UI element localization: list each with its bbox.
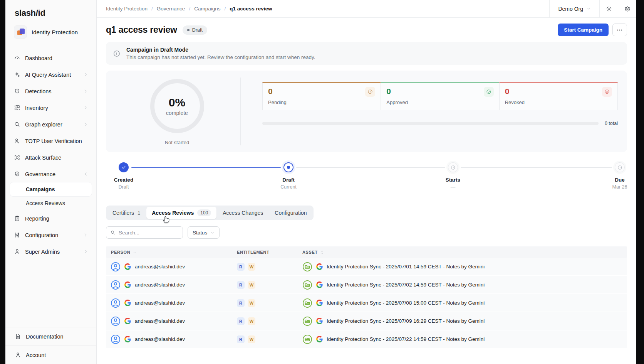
sidebar-item-access-reviews[interactable]: Access Reviews (10, 196, 92, 210)
stats-section: 0 Pending 0 Approved (241, 78, 619, 145)
stat-card-revoked: 0 Revoked (499, 82, 618, 110)
person-avatar-icon (111, 334, 121, 344)
google-icon (316, 300, 323, 306)
sidebar-item-label: TOTP User Verification (25, 138, 82, 144)
stat-card-pending: 0 Pending (262, 82, 381, 110)
product-name: Identity Protection (32, 29, 78, 35)
column-header-entitlement[interactable]: ENTITLEMENT (237, 250, 302, 254)
read-badge: R (237, 299, 245, 307)
status-filter-label: Status (193, 230, 207, 236)
sidebar-footer: Documentation Account (5, 327, 96, 364)
settings-button[interactable] (618, 0, 636, 17)
table-row[interactable]: andreas@slashid.dev R W Identity Protect… (106, 294, 627, 312)
status-label: Draft (192, 27, 203, 33)
search-box[interactable] (106, 226, 183, 239)
tab-certifiers[interactable]: Certifiers 1 (107, 207, 146, 219)
sidebar: slash/id Identity Protection Dashboard A… (5, 0, 97, 364)
breadcrumb-campaigns[interactable]: Campaigns (194, 6, 220, 12)
sidebar-item-label: Attack Surface (25, 155, 61, 161)
sidebar-item-label: Super Admins (25, 249, 60, 255)
sidebar-item-governance[interactable]: Governance (10, 166, 92, 182)
column-header-asset[interactable]: ASSET (302, 250, 627, 254)
sidebar-item-detections[interactable]: Detections (10, 83, 92, 99)
chevron-right-icon (84, 72, 88, 77)
start-campaign-button[interactable]: Start Campaign (558, 24, 609, 36)
sidebar-item-campaigns[interactable]: Campaigns (10, 182, 92, 196)
total-progress-bar (262, 122, 599, 125)
sidebar-item-attack-surface[interactable]: Attack Surface (10, 149, 92, 166)
timeline-step-starts: Starts — (422, 162, 484, 190)
asset-cell: Identity Protection Sync - 2025/07/22 14… (302, 334, 627, 344)
status-dot (187, 29, 190, 31)
sidebar-item-configuration[interactable]: Configuration (10, 227, 92, 243)
column-label: ASSET (302, 250, 318, 254)
scan-target-icon (14, 154, 20, 161)
timeline-step-due: Due Mar 26 (589, 162, 644, 190)
org-selector[interactable]: Demo Org (549, 0, 599, 17)
tab-label: Configuration (275, 210, 307, 216)
sun-icon (606, 6, 612, 12)
sidebar-item-label: Access Reviews (26, 200, 65, 206)
status-filter-dropdown[interactable]: Status (188, 226, 220, 239)
table-row[interactable]: andreas@slashid.dev R W Identity Protect… (106, 276, 627, 294)
tab-count-badge: 100 (197, 209, 211, 216)
user-icon (14, 248, 20, 255)
search-icon (110, 230, 116, 235)
breadcrumb-identity-protection[interactable]: Identity Protection (106, 6, 148, 12)
chevron-right-icon (84, 122, 88, 126)
revoked-count: 0 (505, 87, 510, 96)
breadcrumb-governance[interactable]: Governance (157, 6, 185, 12)
google-icon (124, 336, 131, 342)
sidebar-item-totp-user-verification[interactable]: TOTP User Verification (10, 133, 92, 149)
product-switcher[interactable]: Identity Protection (10, 24, 92, 40)
table-row[interactable]: andreas@slashid.dev R W Identity Protect… (106, 258, 627, 276)
sort-ascending-icon (133, 251, 136, 253)
more-options-button[interactable]: ... (612, 24, 627, 36)
sidebar-item-account[interactable]: Account (5, 345, 96, 364)
sidebar-item-ai-query-assistant[interactable]: AI Query Assistant (10, 66, 92, 83)
sidebar-item-inventory[interactable]: Inventory (10, 99, 92, 116)
tab-count: 1 (138, 210, 140, 216)
sidebar-item-reporting[interactable]: Reporting (10, 210, 92, 227)
asset-cell: Identity Protection Sync - 2025/07/09 16… (302, 316, 627, 326)
theme-toggle-button[interactable] (599, 0, 618, 17)
header-actions: Start Campaign ... (558, 24, 627, 36)
sidebar-item-documentation[interactable]: Documentation (5, 327, 96, 345)
campaign-timeline: Created Draft Draft Current Starts — Due… (106, 162, 627, 196)
breadcrumb-current: q1 access review (230, 6, 272, 12)
google-icon (124, 281, 131, 288)
check-icon (119, 162, 129, 172)
total-count: 0 total (605, 121, 618, 126)
sidebar-item-dashboard[interactable]: Dashboard (10, 50, 92, 66)
google-icon (316, 281, 323, 288)
timeline-step-title: Due (615, 177, 625, 183)
entitlement-cell: R W (237, 281, 302, 289)
sidebar-item-graph-explorer[interactable]: Graph explorer (10, 116, 92, 133)
timeline-step-title: Created (114, 177, 133, 183)
app-window: slash/id Identity Protection Dashboard A… (5, 0, 636, 364)
chevron-right-icon (84, 249, 88, 254)
column-header-person[interactable]: PERSON (106, 250, 237, 254)
document-icon (15, 333, 21, 340)
sidebar-item-super-admins[interactable]: Super Admins (10, 243, 92, 260)
folder-icon (302, 316, 312, 326)
tab-access-changes[interactable]: Access Changes (217, 207, 268, 219)
tab-configuration[interactable]: Configuration (269, 207, 312, 219)
chevron-up-icon (84, 172, 88, 176)
search-input[interactable] (119, 230, 179, 236)
boxes-icon (14, 104, 20, 111)
write-badge: W (248, 299, 255, 307)
table-row[interactable]: andreas@slashid.dev R W Identity Protect… (106, 312, 627, 330)
page-header: q1 access review Draft Start Campaign ..… (106, 18, 627, 36)
org-name: Demo Org (558, 6, 583, 12)
entitlement-cell: R W (237, 263, 302, 271)
timeline-step-draft: Draft Current (258, 162, 319, 190)
table-row[interactable]: andreas@slashid.dev R W Identity Protect… (106, 330, 627, 349)
banner-message: This campaign has not started yet. Revie… (126, 54, 315, 60)
timeline-step-title: Draft (282, 177, 295, 183)
person-avatar-icon (111, 316, 121, 326)
progress-status: Not started (165, 140, 190, 145)
google-icon (124, 318, 131, 324)
tab-access-reviews[interactable]: Access Reviews 100 (146, 207, 216, 219)
chevron-right-icon (84, 106, 88, 110)
